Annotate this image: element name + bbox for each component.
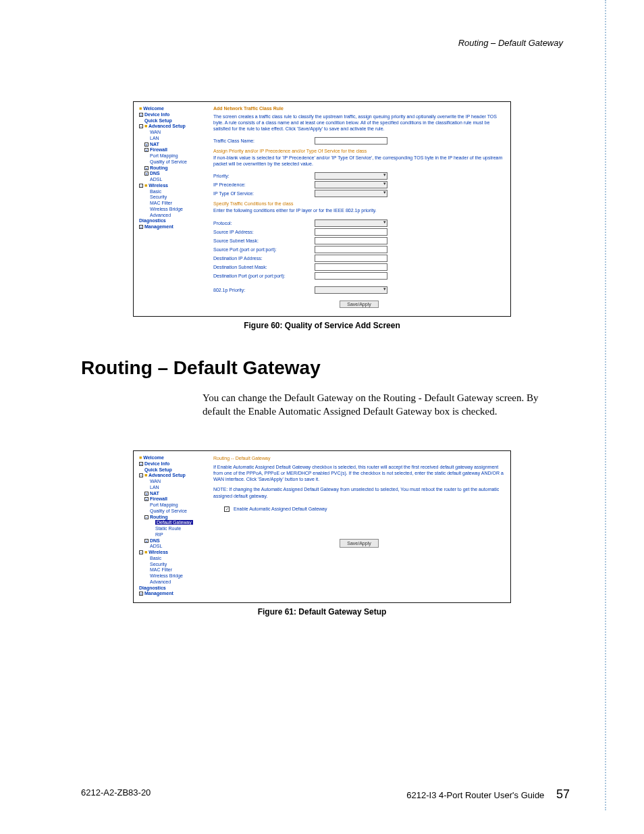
label-src-port: Source Port (port or port:port): xyxy=(213,247,315,252)
save-apply-button[interactable]: Save/Apply xyxy=(340,539,379,548)
tree-adsl[interactable]: ADSL xyxy=(139,544,207,550)
tree-wireless-bridge[interactable]: Wireless Bridge xyxy=(139,207,207,213)
tree-diagnostics[interactable]: Diagnostics xyxy=(139,585,207,592)
tree-label: Firewall xyxy=(150,147,167,152)
tree-quick-setup[interactable]: Quick Setup xyxy=(139,118,207,124)
tree-wan[interactable]: WAN xyxy=(139,479,207,485)
label-8021p: 802.1p Priority: xyxy=(213,288,315,292)
tree-quick-setup[interactable]: Quick Setup xyxy=(139,467,207,473)
tree-default-gateway[interactable]: Default Gateway xyxy=(139,520,207,526)
tree-wan[interactable]: WAN xyxy=(139,130,207,136)
tree-label: Wireless xyxy=(149,550,168,554)
input-src-mask[interactable] xyxy=(315,237,387,244)
tree-diagnostics[interactable]: Diagnostics xyxy=(139,218,207,224)
save-apply-button[interactable]: Save/Apply xyxy=(340,301,379,308)
select-protocol[interactable] xyxy=(315,219,387,227)
input-src-port[interactable] xyxy=(315,246,387,253)
tree-label: Welcome xyxy=(143,106,164,111)
tree-port-mapping[interactable]: Port Mapping xyxy=(139,153,207,159)
tree-nat[interactable]: +NAT xyxy=(139,491,207,497)
tree-port-mapping[interactable]: Port Mapping xyxy=(139,502,207,509)
tree-firewall[interactable]: +Firewall xyxy=(139,147,207,153)
tree-advanced[interactable]: Advanced xyxy=(139,579,207,585)
desc-conditions: Enter the following conditions either fo… xyxy=(213,207,505,213)
tree-basic[interactable]: Basic xyxy=(139,556,207,562)
footer-right: 6212-I3 4-Port Router User's Guide 57 xyxy=(406,787,570,802)
page-footer: 6212-A2-ZB83-20 6212-I3 4-Port Router Us… xyxy=(0,787,644,802)
tree-qos[interactable]: Quality of Service xyxy=(139,159,207,165)
tree-wireless-bridge[interactable]: Wireless Bridge xyxy=(139,573,207,579)
tree-management[interactable]: +Management xyxy=(139,591,207,597)
tree-firewall[interactable]: +Firewall xyxy=(139,496,207,502)
label-priority: Priority: xyxy=(213,174,315,178)
panel-title: Add Network Traffic Class Rule xyxy=(213,106,505,111)
figure-60-caption: Figure 60: Quality of Service Add Screen xyxy=(0,321,644,330)
tree-nat[interactable]: +NAT xyxy=(139,142,207,148)
footer-left: 6212-A2-ZB83-20 xyxy=(81,787,151,802)
nav-tree-2: ■ Welcome +Device Info Quick Setup –■ Ad… xyxy=(139,455,207,597)
tree-routing[interactable]: –Routing xyxy=(139,515,207,521)
tree-static-route[interactable]: Static Route xyxy=(139,526,207,532)
tree-security[interactable]: Security xyxy=(139,562,207,568)
tree-label: Advanced Setup xyxy=(149,473,186,477)
tree-dns[interactable]: +DNS xyxy=(139,171,207,177)
input-dst-ip[interactable] xyxy=(315,255,387,262)
checkbox-label: Enable Automatic Assigned Default Gatewa… xyxy=(234,506,327,511)
tree-device-info[interactable]: +Device Info xyxy=(139,112,207,118)
tree-mac-filter[interactable]: MAC Filter xyxy=(139,201,207,207)
label-dst-mask: Destination Subnet Mask: xyxy=(213,265,315,269)
input-dst-port[interactable] xyxy=(315,272,387,280)
tree-welcome[interactable]: ■ Welcome xyxy=(139,106,207,112)
figure-60-screenshot: ■ Welcome +Device Info Quick Setup –■ Ad… xyxy=(133,101,511,317)
panel-description: The screen creates a traffic class rule … xyxy=(213,113,505,132)
tree-routing[interactable]: +Routing xyxy=(139,165,207,172)
select-ip-tos[interactable] xyxy=(315,190,387,197)
tree-basic[interactable]: Basic xyxy=(139,189,207,195)
input-src-ip[interactable] xyxy=(315,228,387,236)
input-dst-mask[interactable] xyxy=(315,263,387,271)
running-header: Routing – Default Gateway xyxy=(458,38,563,48)
section-body: You can change the Default Gateway on th… xyxy=(203,391,554,419)
tree-label: Wireless xyxy=(149,183,168,188)
tree-label: Device Info xyxy=(144,461,169,466)
tree-qos[interactable]: Quality of Service xyxy=(139,509,207,515)
tree-label: Firewall xyxy=(150,496,167,501)
tree-label: Routing xyxy=(150,165,167,170)
select-ip-precedence[interactable] xyxy=(315,181,387,188)
tree-advanced-setup[interactable]: –■ Advanced Setup xyxy=(139,473,207,479)
tree-label: Device Info xyxy=(144,112,169,117)
page-margin-dots xyxy=(605,0,606,810)
tree-wireless[interactable]: –■ Wireless xyxy=(139,550,207,556)
tree-advanced-setup[interactable]: –■ Advanced Setup xyxy=(139,124,207,130)
label-ip-tos: IP Type Of Service: xyxy=(213,191,315,196)
tree-adsl[interactable]: ADSL xyxy=(139,177,207,183)
label-traffic-class-name: Traffic Class Name: xyxy=(213,138,315,143)
label-src-mask: Source Subnet Mask: xyxy=(213,238,315,243)
tree-label: DNS xyxy=(150,538,160,543)
input-traffic-class-name[interactable] xyxy=(315,137,387,145)
tree-label: Management xyxy=(144,591,173,596)
tree-rip[interactable]: RIP xyxy=(139,532,207,538)
panel-description: If Enable Automatic Assigned Default Gat… xyxy=(213,464,505,482)
tree-wireless[interactable]: –■ Wireless xyxy=(139,183,207,189)
tree-label: Welcome xyxy=(143,455,164,460)
tree-device-info[interactable]: +Device Info xyxy=(139,461,207,467)
checkbox-auto-gateway[interactable]: ✓ xyxy=(224,506,230,512)
tree-advanced[interactable]: Advanced xyxy=(139,213,207,219)
panel-note: NOTE: If changing the Automatic Assigned… xyxy=(213,486,505,498)
tree-label: Default Gateway xyxy=(155,520,193,525)
tree-dns[interactable]: +DNS xyxy=(139,538,207,544)
tree-welcome[interactable]: ■ Welcome xyxy=(139,455,207,461)
page-number: 57 xyxy=(556,787,570,801)
tree-lan[interactable]: LAN xyxy=(139,485,207,491)
tree-mac-filter[interactable]: MAC Filter xyxy=(139,567,207,573)
figure-61-screenshot: ■ Welcome +Device Info Quick Setup –■ Ad… xyxy=(133,450,511,603)
select-priority[interactable] xyxy=(315,172,387,180)
tree-label: Routing xyxy=(150,515,167,519)
select-8021p[interactable] xyxy=(315,286,387,294)
tree-lan[interactable]: LAN xyxy=(139,136,207,142)
desc-priority: If non-blank value is selected for 'IP P… xyxy=(213,155,505,167)
tree-security[interactable]: Security xyxy=(139,194,207,201)
gateway-panel: Routing -- Default Gateway If Enable Aut… xyxy=(213,455,505,597)
tree-management[interactable]: +Management xyxy=(139,224,207,230)
